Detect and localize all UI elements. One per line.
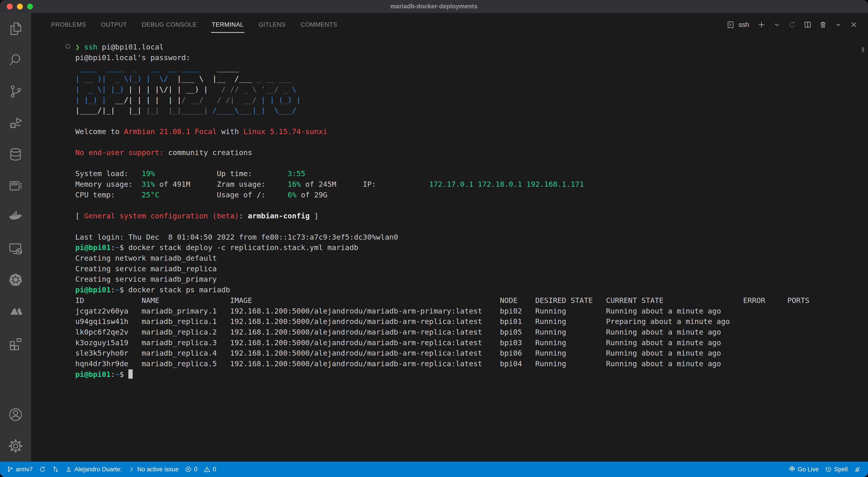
terminal-line: pi@bpi01:~$ docker stack ps mariadb (75, 285, 868, 295)
git-branch-icon (7, 466, 13, 473)
terminal-line: sle3k5ryho0r mariadb_replica.4 192.168.1… (75, 348, 868, 359)
spell-button[interactable]: Spell (822, 466, 851, 473)
source-control-icon[interactable] (0, 76, 31, 107)
terminal-line: pi@bpi01:~$ (75, 369, 868, 380)
terminal-line (75, 200, 868, 211)
terminal-line: [ General system configuration (beta): a… (75, 211, 868, 221)
terminal-line: Welcome to Armbian 21.08.1 Focal with Li… (75, 126, 868, 137)
terminal-line: System load: 19% Up time: 3:55 (75, 169, 868, 179)
tab-terminal[interactable]: TERMINAL (204, 13, 251, 36)
search-icon[interactable] (0, 44, 31, 76)
extensions-icon[interactable] (0, 327, 31, 359)
mountain-icon[interactable] (0, 296, 31, 327)
terminal-cursor (128, 369, 133, 379)
title-bar: mariadb-docker-deployments (0, 0, 868, 13)
tab-comments[interactable]: COMMENTS (293, 13, 345, 36)
terminal-line: No end-user support: community creations (75, 147, 868, 158)
database-icon[interactable] (0, 139, 31, 170)
terminal-line: jcgatz2v60ya mariadb_primary.1 192.168.1… (75, 306, 868, 317)
terminal-line (75, 221, 868, 232)
terminal-line: CPU temp: 25°C Usage of /: 6% of 29G (75, 190, 868, 200)
spell-button-label: Spell (834, 466, 848, 473)
terminal-profile-icon[interactable] (726, 20, 735, 29)
warning-count[interactable]: 0 (200, 466, 219, 473)
window-title: mariadb-docker-deployments (0, 3, 868, 10)
panel-chevron-down-icon[interactable] (834, 20, 843, 29)
kubernetes-icon[interactable] (0, 264, 31, 296)
status-bar: armv7Alejandro Duarte:No active issue00 … (0, 461, 868, 477)
active-issue-status-label: No active issue (137, 466, 179, 473)
branch-indicator[interactable]: armv7 (4, 466, 36, 473)
broadcast-icon (789, 466, 796, 473)
terminal-content[interactable]: ❯ ssh pi@bpi01.localpi@bpi01.local's pas… (31, 36, 868, 461)
warning-triangle-icon (204, 466, 211, 473)
gitlens-button[interactable] (49, 466, 62, 473)
activity-bar (0, 13, 31, 461)
chevron-right-icon (128, 466, 135, 473)
tab-output[interactable]: OUTPUT (94, 13, 134, 36)
terminal-line: k3ozguyi5a19 mariadb_replica.3 192.168.1… (75, 337, 868, 348)
panel-header: PROBLEMSOUTPUTDEBUG CONSOLETERMINALGITLE… (31, 13, 868, 36)
terminal-line: |____/|_| |_| |_| |_|_____| /____\___|_|… (75, 105, 868, 116)
terminal-line: Last login: Thu Dec 8 01:04:50 2022 from… (75, 232, 868, 243)
terminal-line (75, 116, 868, 126)
panel-tabs: PROBLEMSOUTPUTDEBUG CONSOLETERMINALGITLE… (43, 13, 345, 36)
branch-indicator-label: armv7 (16, 466, 33, 473)
terminal-line: | __ )| _ \(_) | \/ |___ \ |__ /___ _ __… (75, 73, 868, 84)
terminal-line: Creating service mariadb_primary (75, 274, 868, 285)
terminal-profile-label[interactable]: ssh (739, 21, 749, 28)
terminal-line: | _ \| |_) | | | |\/| | __) | / // _ \ '… (75, 84, 868, 95)
terminal-line: Memory usage: 31% of 491M Zram usage: 16… (75, 179, 868, 190)
terminal-actions: ssh (726, 20, 858, 29)
sync-button[interactable] (36, 466, 49, 473)
person-icon (65, 466, 72, 473)
error-count-label: 0 (194, 466, 197, 473)
terminal-line: ID NAME IMAGE NODE DESIRED STATE CURRENT… (75, 295, 868, 306)
terminal-line: pi@bpi01:~$ docker stack deploy -c repli… (75, 242, 868, 253)
account-status-label: Alejandro Duarte: (74, 466, 122, 473)
terminal-line: lk0pc6f2qe2v mariadb_replica.2 192.168.1… (75, 327, 868, 337)
account-icon[interactable] (0, 399, 31, 430)
close-panel-button[interactable] (849, 20, 858, 29)
terminal-line (75, 158, 868, 169)
vscode-window: mariadb-docker-deployments PROBLEMSOUTPU… (0, 0, 868, 477)
run-debug-icon[interactable] (0, 107, 31, 139)
account-status[interactable]: Alejandro Duarte: (62, 466, 125, 473)
container-icon[interactable] (0, 170, 31, 202)
active-issue-status[interactable]: No active issue (125, 466, 182, 473)
docker-icon[interactable] (0, 202, 31, 233)
tab-problems[interactable]: PROBLEMS (43, 13, 94, 36)
new-terminal-button[interactable] (757, 20, 766, 29)
launch-profile-chevron-icon[interactable] (773, 20, 781, 29)
terminal-line: ❯ ssh pi@bpi01.local (75, 42, 868, 53)
kill-terminal-button[interactable] (819, 20, 827, 29)
terminal-line: | |_) | __/| | | | | |/ __/ / /| __/ | |… (75, 95, 868, 106)
terminal-line: Creating network mariadb_default (75, 253, 868, 264)
files-icon[interactable] (0, 13, 31, 44)
terminal-line: u94gqi1sw41h mariadb_replica.1 192.168.1… (75, 316, 868, 327)
tab-debug-console[interactable]: DEBUG CONSOLE (134, 13, 204, 36)
notifications-button[interactable] (851, 466, 864, 473)
error-count[interactable]: 0 (182, 466, 200, 473)
terminal-line: Creating service mariadb_replica (75, 264, 868, 274)
settings-gear-icon[interactable] (0, 430, 31, 461)
remote-explorer-icon[interactable] (0, 233, 31, 264)
terminal-line: hqn4dr3hr9de mariadb_replica.5 192.168.1… (75, 359, 868, 369)
terminal-line (75, 137, 868, 147)
sync-icon (39, 466, 46, 473)
go-live-button-label: Go Live (798, 466, 819, 473)
split-terminal-button[interactable] (803, 20, 812, 29)
terminal-panel: PROBLEMSOUTPUTDEBUG CONSOLETERMINALGITLE… (31, 13, 868, 461)
gitlens-compare-icon (52, 466, 59, 473)
command-decoration-icon[interactable] (65, 44, 70, 49)
terminal-line: pi@bpi01.local's password: (75, 53, 868, 63)
history-icon (825, 466, 832, 473)
terminal-line: ____ ____ _ __ __ ____ _____ (75, 63, 868, 73)
error-circle-icon (185, 466, 192, 473)
terminal-scrollbar[interactable] (862, 47, 864, 52)
tab-gitlens[interactable]: GITLENS (251, 13, 293, 36)
warning-count-label: 0 (213, 466, 216, 473)
restart-tasks-icon (788, 20, 797, 29)
go-live-button[interactable]: Go Live (785, 466, 822, 473)
bell-slash-icon (854, 466, 861, 473)
